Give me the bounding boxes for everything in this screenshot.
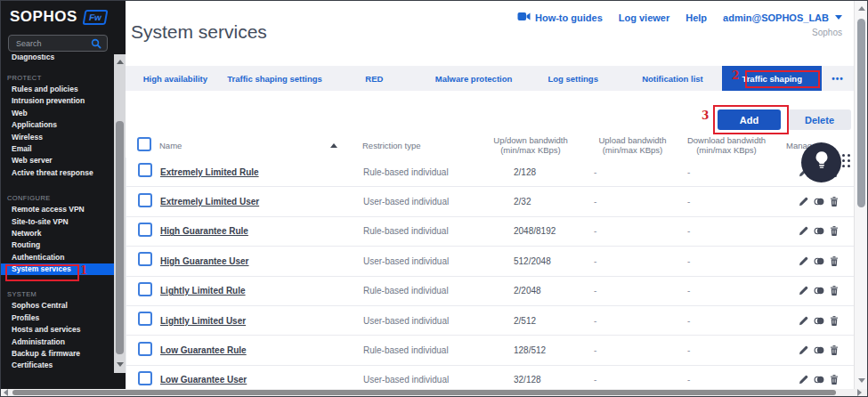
delete-icon[interactable] [829,374,840,385]
sidebar-item-certificates[interactable]: Certificates [1,360,114,371]
tab-notification-list[interactable]: Notification list [623,66,723,91]
column-header-restriction-type[interactable]: Restriction type [355,141,475,150]
scroll-down-icon[interactable] [117,362,124,367]
row-checkbox[interactable] [138,252,152,266]
sort-ascending-icon[interactable] [330,143,337,148]
edit-icon[interactable] [798,196,809,207]
delete-icon[interactable] [829,344,840,356]
rule-name-link[interactable]: High Guarantee User [160,256,248,266]
rule-name-link[interactable]: Extremely Limited User [160,197,259,207]
sidebar-item-backup-firmware[interactable]: Backup & firmware [1,348,114,360]
rule-name-link[interactable]: Extremely Limited Rule [160,167,259,177]
column-header-download-bandwidth[interactable]: Download bandwidth (min/max KBps) [679,135,774,155]
rule-name-link[interactable]: Low Guarantee User [160,375,247,385]
sidebar-scrollbar-thumb[interactable] [116,121,124,354]
row-checkbox[interactable] [138,223,152,237]
rule-name-link[interactable]: Low Guarantee Rule [160,345,247,355]
sidebar-item-diagnostics[interactable]: Diagnostics [1,54,114,61]
delete-icon[interactable] [829,255,840,267]
drag-handle-icon[interactable] [842,154,850,167]
clone-icon[interactable] [813,196,825,207]
vertical-scrollbar[interactable] [854,1,868,389]
sidebar-item-email[interactable]: Email [1,143,114,155]
sidebar-item-web[interactable]: Web [1,108,114,119]
rule-name-link[interactable]: Lightly Limited User [160,316,246,326]
user-menu[interactable]: admin@SOPHOS_LAB [723,12,842,23]
clone-icon[interactable] [813,255,825,267]
scroll-left-icon[interactable] [4,389,8,396]
vertical-scrollbar-thumb[interactable] [857,19,865,207]
horizontal-scrollbar-thumb[interactable] [12,390,836,395]
sidebar-item-remote-access-vpn[interactable]: Remote access VPN [1,204,114,215]
sidebar-scrollbar[interactable] [114,54,126,373]
row-checkbox[interactable] [138,371,152,385]
scroll-up-icon[interactable] [117,60,124,64]
sidebar-item-web-server[interactable]: Web server [1,155,114,166]
sidebar-search[interactable] [8,35,108,52]
search-icon[interactable] [91,38,101,49]
scroll-down-icon[interactable] [858,378,865,383]
sidebar-item-wireless[interactable]: Wireless [1,132,114,143]
column-header-updown-bandwidth[interactable]: Up/down bandwidth (min/max KBps) [475,135,586,155]
download-bandwidth-value: - [680,286,775,296]
clone-icon[interactable] [813,285,825,296]
column-header-name[interactable]: Name [159,141,182,150]
how-to-guides-link[interactable]: How-to guides [517,12,603,23]
row-checkbox[interactable] [138,312,152,326]
sidebar-item-hosts-and-services[interactable]: Hosts and services [1,324,114,336]
sidebar-item-administration[interactable]: Administration [1,336,114,348]
edit-icon[interactable] [798,285,809,296]
sidebar-item-network[interactable]: Network [1,228,114,239]
clone-icon[interactable] [813,315,825,327]
tab-red[interactable]: RED [324,66,424,91]
restriction-type-value: Rule-based individual [356,345,476,355]
rule-name-link[interactable]: Lightly Limited Rule [160,286,246,296]
assistant-lightbulb-button[interactable] [801,142,841,182]
updown-bandwidth-value: 128/512 [476,345,587,355]
edit-icon[interactable] [798,225,809,237]
sidebar-item-applications[interactable]: Applications [1,119,114,131]
clone-icon[interactable] [813,374,825,385]
delete-icon[interactable] [829,315,840,327]
edit-icon[interactable] [798,344,809,356]
scroll-right-icon[interactable] [857,389,862,396]
add-button[interactable]: Add [718,109,781,130]
horizontal-scrollbar[interactable] [1,389,867,396]
tab-traffic-shaping[interactable]: Traffic shaping [722,66,822,91]
delete-icon[interactable] [829,225,840,237]
select-all-checkbox[interactable] [137,137,151,151]
edit-icon[interactable] [798,255,809,267]
tab-log-settings[interactable]: Log settings [523,66,623,91]
row-checkbox[interactable] [138,342,152,356]
scroll-up-icon[interactable] [858,6,865,11]
help-link[interactable]: Help [685,12,707,23]
sidebar-item-authentication[interactable]: Authentication [1,252,114,263]
row-checkbox[interactable] [138,193,152,207]
search-input[interactable] [9,39,91,48]
tab-malware-protection[interactable]: Malware protection [424,66,523,91]
tab-high-availability[interactable]: High availability [126,66,225,91]
delete-icon[interactable] [829,196,840,207]
sidebar-item-routing[interactable]: Routing [1,239,114,251]
sidebar-item-system-services[interactable]: System services [1,263,114,275]
log-viewer-link[interactable]: Log viewer [619,12,669,23]
rule-name-link[interactable]: High Guarantee Rule [160,226,248,236]
delete-icon[interactable] [829,285,840,296]
clone-icon[interactable] [813,344,825,356]
tab-traffic-shaping-settings[interactable]: Traffic shaping settings [225,66,325,91]
sidebar-item-rules-and-policies[interactable]: Rules and policies [1,84,114,95]
edit-icon[interactable] [798,374,809,385]
sidebar-item-active-threat-response[interactable]: Active threat response [1,167,114,179]
row-checkbox[interactable] [138,163,152,177]
sidebar-item-site-to-site-vpn[interactable]: Site-to-site VPN [1,216,114,228]
clone-icon[interactable] [813,225,825,237]
sidebar-item-intrusion-prevention[interactable]: Intrusion prevention [1,95,114,107]
column-header-upload-bandwidth[interactable]: Upload bandwidth (min/max KBps) [586,135,679,155]
edit-icon[interactable] [798,315,809,327]
sidebar-item-sophos-central[interactable]: Sophos Central [1,300,114,312]
sidebar-item-profiles[interactable]: Profiles [1,312,114,324]
more-tabs-button[interactable]: ••• [822,66,854,91]
row-checkbox[interactable] [138,282,152,296]
download-bandwidth-value: - [680,226,775,236]
delete-button[interactable]: Delete [788,109,851,130]
